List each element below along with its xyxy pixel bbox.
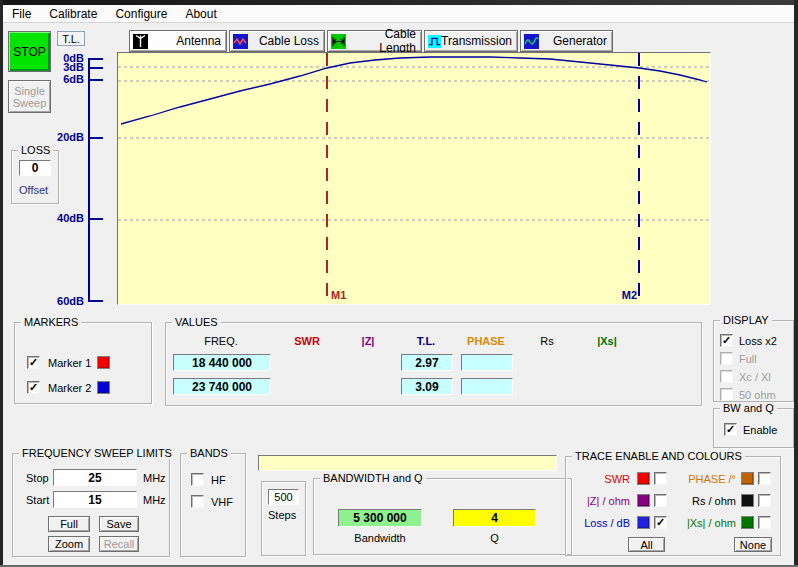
marker2-freq-field[interactable] <box>173 378 271 395</box>
steps-group: Steps <box>261 481 306 556</box>
bandwidth-field: 5 300 000 <box>338 509 422 527</box>
marker1-tl-field: 2.97 <box>401 354 453 371</box>
axis-tickmark <box>89 79 103 81</box>
trace-rs-swatch[interactable] <box>741 494 754 507</box>
save-button[interactable]: Save <box>99 516 139 532</box>
menu-file[interactable]: File <box>3 6 40 22</box>
axis-tick-20db: 20dB <box>52 131 84 143</box>
axis-tickmark <box>89 58 103 60</box>
bandwidth-q-group: BANDWIDTH and Q 5 300 000 Bandwidth 4 Q <box>313 478 572 555</box>
marker1-label: M1 <box>331 289 346 301</box>
xc-xl-checkbox <box>720 370 733 383</box>
trace-all-button[interactable]: All <box>628 537 665 552</box>
steps-input[interactable] <box>268 489 299 505</box>
hf-label: HF <box>211 474 226 486</box>
markers-group-title: MARKERS <box>21 316 81 328</box>
bw-q-enable-checkbox[interactable]: ✓ <box>724 423 737 436</box>
values-header-xs: |Xs| <box>567 335 647 347</box>
loss-offset-input[interactable] <box>19 160 51 176</box>
trace-phase-swatch[interactable] <box>741 472 754 485</box>
antenna-button-label: Antenna <box>148 34 226 48</box>
trace-none-button[interactable]: None <box>734 537 772 552</box>
full-sweep-button[interactable]: Full <box>48 516 90 532</box>
marker1-freq-field[interactable] <box>173 354 271 371</box>
vhf-label: VHF <box>211 496 233 508</box>
single-sweep-button[interactable]: Single Sweep <box>8 80 51 113</box>
start-unit-label: MHz <box>143 494 166 506</box>
cable-length-button-label: Cable Length <box>346 27 421 55</box>
loss-x2-label: Loss x2 <box>739 335 777 347</box>
menu-calibrate[interactable]: Calibrate <box>40 6 106 22</box>
vhf-checkbox[interactable] <box>191 495 204 508</box>
values-group-title: VALUES <box>172 316 221 328</box>
stop-unit-label: MHz <box>143 472 166 484</box>
sweep-limits-group: FREQUENCY SWEEP LIMITS Stop MHz Start MH… <box>12 453 170 557</box>
cable-length-icon <box>331 34 346 49</box>
marker1-checkbox-label: Marker 1 <box>48 357 91 369</box>
loss-x2-checkbox[interactable]: ✓ <box>720 334 733 347</box>
axis-tickmark <box>89 218 103 220</box>
hf-checkbox[interactable] <box>191 473 204 486</box>
transmission-icon <box>428 34 441 49</box>
axis-tick-3db: 3dB <box>52 61 84 73</box>
menu-configure[interactable]: Configure <box>106 6 176 22</box>
values-header-freq: FREQ. <box>181 335 261 347</box>
trace-rs-label: Rs / ohm <box>674 495 736 507</box>
marker1-phase-field <box>461 354 513 371</box>
marker1-color-swatch[interactable] <box>97 356 110 369</box>
full-checkbox <box>720 352 733 365</box>
sweep-chart[interactable]: M1 M2 <box>117 52 711 305</box>
stop-button[interactable]: STOP <box>8 31 51 72</box>
display-group-title: DISPLAY <box>720 314 772 326</box>
axis-tickmark <box>89 67 103 69</box>
db-axis-line <box>88 58 90 302</box>
bw-q-group: BW and Q ✓ Enable <box>713 408 794 448</box>
trace-xs-checkbox[interactable] <box>758 516 771 529</box>
display-group: DISPLAY ✓ Loss x2 Full Xc / Xl 50 ohm <box>713 320 794 402</box>
trace-group: TRACE ENABLE AND COLOURS SWR PHASE /° |Z… <box>565 456 781 556</box>
menu-bar: File Calibrate Configure About <box>3 5 794 23</box>
trace-z-label: |Z| / ohm <box>574 495 630 507</box>
window-frame-left <box>0 0 3 567</box>
axis-tickmark <box>89 137 103 139</box>
transmission-button[interactable]: Transmission <box>424 30 518 52</box>
menu-about[interactable]: About <box>176 6 225 22</box>
loss-group-title: LOSS <box>18 144 53 156</box>
marker2-color-swatch[interactable] <box>97 381 110 394</box>
trace-phase-checkbox[interactable] <box>758 472 771 485</box>
stop-freq-input[interactable] <box>53 469 137 486</box>
generator-button-label: Generator <box>539 34 612 48</box>
axis-tick-6db: 6dB <box>52 73 84 85</box>
zoom-button[interactable]: Zoom <box>48 536 90 552</box>
q-label: Q <box>453 532 536 544</box>
bands-group: BANDS HF VHF <box>180 453 246 557</box>
trace-loss-checkbox[interactable]: ✓ <box>654 516 667 529</box>
cable-loss-button[interactable]: Cable Loss <box>229 30 325 52</box>
sweep-limits-title: FREQUENCY SWEEP LIMITS <box>19 447 175 459</box>
trace-swr-swatch[interactable] <box>637 472 650 485</box>
marker2-phase-field <box>461 378 513 395</box>
tl-axis-label: T.L. <box>57 31 85 46</box>
axis-tickmark <box>89 300 103 302</box>
trace-z-swatch[interactable] <box>637 494 650 507</box>
trace-rs-checkbox[interactable] <box>758 494 771 507</box>
q-field: 4 <box>453 509 536 527</box>
trace-swr-checkbox[interactable] <box>654 472 667 485</box>
trace-swr-label: SWR <box>574 473 630 485</box>
generator-button[interactable]: Generator <box>520 30 613 52</box>
loss-offset-label: Offset <box>19 184 48 196</box>
start-freq-input[interactable] <box>53 491 137 508</box>
axis-tick-60db: 60dB <box>52 295 84 307</box>
marker2-checkbox[interactable]: ✓ <box>27 381 40 394</box>
trace-loss-swatch[interactable] <box>637 516 650 529</box>
trace-xs-swatch[interactable] <box>741 516 754 529</box>
loss-group: LOSS Offset <box>11 150 59 204</box>
trace-group-title: TRACE ENABLE AND COLOURS <box>572 450 745 462</box>
antenna-button[interactable]: Antenna <box>129 30 227 52</box>
marker2-label: M2 <box>613 289 637 301</box>
50ohm-label: 50 ohm <box>739 389 776 401</box>
axis-tick-40db: 40dB <box>52 212 84 224</box>
marker1-checkbox[interactable]: ✓ <box>27 356 40 369</box>
cable-length-button[interactable]: Cable Length <box>327 30 422 52</box>
trace-z-checkbox[interactable] <box>654 494 667 507</box>
